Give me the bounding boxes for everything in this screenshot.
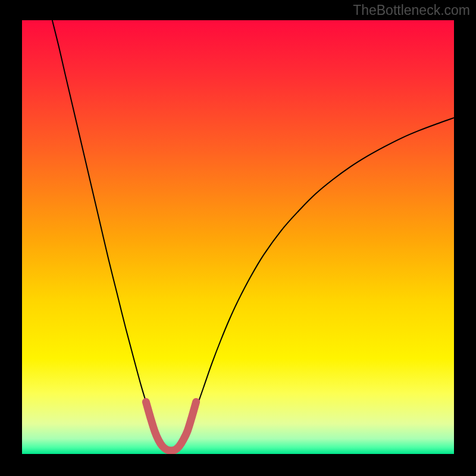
bottleneck-plot: [22, 20, 454, 454]
gradient-background: [22, 20, 454, 454]
chart-frame: TheBottleneck.com: [0, 0, 476, 476]
watermark-text: TheBottleneck.com: [353, 2, 470, 18]
plot-svg: [22, 20, 454, 454]
